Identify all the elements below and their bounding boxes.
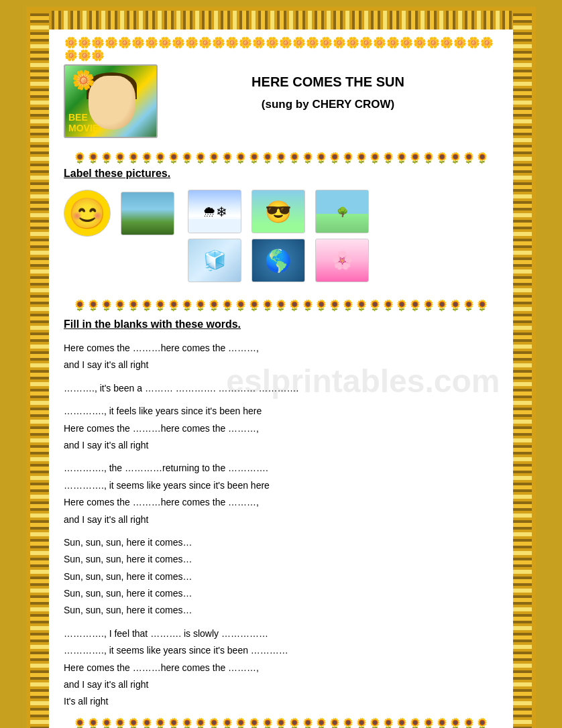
- lyric-line-5-5: Sun, sun, sun, here it comes…: [64, 603, 498, 617]
- ice-picture: 🧊: [188, 239, 241, 282]
- lyric-para5: Sun, sun, sun, here it comes… Sun, sun, …: [64, 535, 498, 618]
- lyric-line-4-2: …………., it seems like years since it's be…: [64, 478, 498, 493]
- lyric-line-3-1: …………., it feels like years since it's be…: [64, 404, 498, 418]
- lyric-line-5-2: Sun, sun, sun, here it comes…: [64, 552, 498, 566]
- lyric-line-6-3: Here comes the ………here comes the ………,: [64, 660, 498, 675]
- pictures-section: Label these pictures. 😊 🏠: [64, 168, 498, 282]
- header-text: HERE COMES THE SUN (sung by CHERY CROW): [158, 64, 498, 111]
- lyric-line-2-1: ………., it's been a ……… …………. ………… ………….: [64, 381, 498, 396]
- content: 🌼🌼🌼🌼🌼🌼🌼🌼🌼🌼🌼🌼🌼🌼🌼🌼🌼🌼🌼🌼🌼🌼🌼🌼🌼🌼🌼🌼🌼🌼🌼🌼🌼🌼🌼 🌼 BE…: [64, 36, 498, 728]
- lyric-line-5-3: Sun, sun, sun, here it comes…: [64, 569, 498, 584]
- lyric-line-1-2: and I say it's all right: [64, 357, 498, 372]
- lyric-line-4-4: and I say it's all right: [64, 512, 498, 527]
- section1-title: Label these pictures.: [64, 168, 498, 180]
- lyric-line-1-1: Here comes the ………here comes the ………,: [64, 341, 498, 355]
- lyric-line-6-5: It's all right: [64, 694, 498, 709]
- lyric-line-5-4: Sun, sun, sun, here it comes…: [64, 586, 498, 601]
- page: eslprintables.com 🌼🌼🌼🌼🌼🌼🌼🌼🌼🌼🌼🌼🌼🌼🌼🌼🌼🌼🌼🌼🌼🌼…: [26, 7, 536, 728]
- smiley-picture: 😊: [64, 190, 111, 237]
- header: 🌼 BEEMOVIE HERE COMES THE SUN (sung by C…: [64, 64, 498, 138]
- lyrics-section: Fill in the blanks with these words. Her…: [64, 318, 498, 709]
- deco-row-bottom: 🌻🌻🌻🌻🌻🌻🌻🌻🌻🌻🌻🌻🌻🌻🌻🌻🌻🌻🌻🌻🌻🌻🌻🌻🌻🌻🌻🌻🌻🌻🌻: [64, 717, 498, 728]
- lyric-line-6-2: …………., it seems like years since it's be…: [64, 643, 498, 658]
- pictures-layout: 😊 🏠 🌨❄ 😎: [64, 190, 498, 282]
- sun-picture: 😎: [251, 190, 305, 233]
- lyric-line-6-4: and I say it's all right: [64, 677, 498, 692]
- lyric-para4: …………., the …………returning to the …………. ………: [64, 461, 498, 527]
- flowers-picture: 🌸: [315, 239, 369, 282]
- deco-row-mid1: 🌻🌻🌻🌻🌻🌻🌻🌻🌻🌻🌻🌻🌻🌻🌻🌻🌻🌻🌻🌻🌻🌻🌻🌻🌻🌻🌻🌻🌻🌻🌻: [64, 151, 498, 164]
- lyric-para6: …………., I feel that ………. is slowly …………… …: [64, 626, 498, 709]
- lyric-line-4-3: Here comes the ………here comes the ………,: [64, 495, 498, 509]
- deco-row-top: 🌼🌼🌼🌼🌼🌼🌼🌼🌼🌼🌼🌼🌼🌼🌼🌼🌼🌼🌼🌼🌼🌼🌼🌼🌼🌼🌼🌼🌼🌼🌼🌼🌼🌼🌼: [64, 36, 498, 62]
- lyric-line-5-1: Sun, sun, sun, here it comes…: [64, 535, 498, 550]
- lyric-para3: …………., it feels like years since it's be…: [64, 404, 498, 452]
- lyric-line-4-1: …………., the …………returning to the ………….: [64, 461, 498, 475]
- deco-sun-icon2: 🌻🌻🌻🌻🌻🌻🌻🌻🌻🌻🌻🌻🌻🌻🌻🌻🌻🌻🌻🌻🌻🌻🌻🌻🌻🌻🌻🌻🌻🌻🌻: [73, 299, 489, 312]
- deco-sun-icon: 🌻🌻🌻🌻🌻🌻🌻🌻🌻🌻🌻🌻🌻🌻🌻🌻🌻🌻🌻🌻🌻🌻🌻🌻🌻🌻🌻🌻🌻🌻🌻: [73, 151, 489, 164]
- pics-left-row1: 😊 🏠: [64, 190, 174, 237]
- lyric-line-3-3: and I say it's all right: [64, 438, 498, 452]
- earth-picture: 🌎: [251, 239, 305, 282]
- lyric-line-6-1: …………., I feel that ………. is slowly ……………: [64, 626, 498, 641]
- header-image: 🌼 BEEMOVIE: [64, 64, 158, 138]
- deco-sun-icon-bot: 🌻🌻🌻🌻🌻🌻🌻🌻🌻🌻🌻🌻🌻🌻🌻🌻🌻🌻🌻🌻🌻🌻🌻🌻🌻🌻🌻🌻🌻🌻🌻: [73, 717, 489, 728]
- song-title: HERE COMES THE SUN: [158, 74, 498, 90]
- landscape-picture: 🌳: [315, 190, 369, 233]
- lyric-para2: ………., it's been a ……… …………. ………… ………….: [64, 381, 498, 396]
- section2-title: Fill in the blanks with these words.: [64, 318, 498, 330]
- border-left: [30, 11, 49, 728]
- pics-right-row2: 🧊 🌎 🌸: [188, 239, 369, 282]
- lyric-para1: Here comes the ………here comes the ………, an…: [64, 341, 498, 373]
- flower-icon: 🌼: [72, 69, 95, 91]
- border-top: [30, 11, 532, 29]
- deco-icon: 🌼🌼🌼🌼🌼🌼🌼🌼🌼🌼🌼🌼🌼🌼🌼🌼🌼🌼🌼🌼🌼🌼🌼🌼🌼🌼🌼🌼🌼🌼🌼🌼🌼🌼🌼: [64, 36, 498, 62]
- border-right: [513, 11, 532, 728]
- lyric-line-3-2: Here comes the ………here comes the ………,: [64, 421, 498, 436]
- winter-picture: 🌨❄: [188, 190, 241, 233]
- pics-right: 🌨❄ 😎 🌳 🧊 🌎 🌸: [188, 190, 369, 282]
- pics-left: 😊 🏠: [64, 190, 174, 237]
- house-picture: 🏠: [121, 192, 174, 235]
- bee-label: BEEMOVIE: [68, 112, 99, 133]
- song-subtitle: (sung by CHERY CROW): [158, 98, 498, 111]
- deco-row-mid2: 🌻🌻🌻🌻🌻🌻🌻🌻🌻🌻🌻🌻🌻🌻🌻🌻🌻🌻🌻🌻🌻🌻🌻🌻🌻🌻🌻🌻🌻🌻🌻: [64, 299, 498, 312]
- pics-right-row1: 🌨❄ 😎 🌳: [188, 190, 369, 233]
